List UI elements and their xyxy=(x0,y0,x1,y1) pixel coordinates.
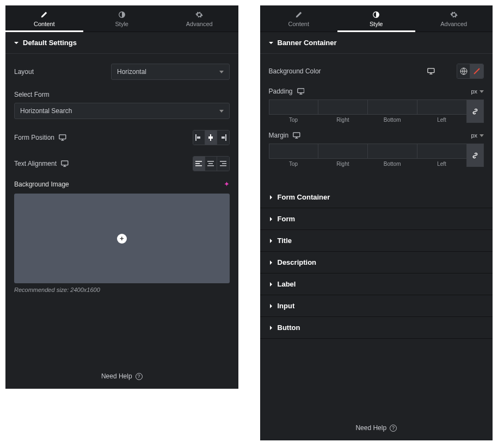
padding-top-input[interactable] xyxy=(269,99,318,115)
color-swatch-button[interactable] xyxy=(470,64,483,78)
pencil-icon xyxy=(40,11,48,18)
monitor-icon[interactable] xyxy=(427,68,435,74)
section-title: Description xyxy=(278,258,317,266)
text-left-button[interactable] xyxy=(193,157,205,171)
content-panel: Content Style Advanced Default Settings xyxy=(5,5,238,389)
margin-unit-select[interactable]: px xyxy=(471,132,484,139)
padding-unit-select[interactable]: px xyxy=(471,88,484,95)
padding-link-button[interactable] xyxy=(466,99,484,123)
tab-label: Advanced xyxy=(415,21,493,27)
padding-left-input[interactable] xyxy=(417,99,466,115)
section-body: Layout Horizontal Select Form Horizontal… xyxy=(5,54,238,302)
section-title: Input xyxy=(278,302,295,310)
tab-advanced[interactable]: Advanced xyxy=(415,5,493,32)
form-position-group xyxy=(193,130,230,145)
bg-image-dropzone[interactable]: + xyxy=(14,194,230,283)
select-form-row: Select Form Horizontal Search xyxy=(14,85,230,125)
padding-right-input[interactable] xyxy=(318,99,367,115)
align-right-button[interactable] xyxy=(217,130,229,145)
tab-label: Content xyxy=(5,21,83,27)
tab-content[interactable]: Content xyxy=(5,5,83,32)
section-banner-container[interactable]: Banner Container xyxy=(260,32,493,54)
margin-unit: px xyxy=(471,132,477,139)
margin-link-button[interactable] xyxy=(466,144,484,167)
text-right-button[interactable] xyxy=(217,157,229,171)
margin-right-input[interactable] xyxy=(318,144,367,159)
padding-label: Padding xyxy=(269,88,293,95)
caret-right-icon xyxy=(269,326,273,330)
svg-rect-1 xyxy=(59,135,66,139)
margin-header: Margin px xyxy=(269,128,484,141)
tab-label: Content xyxy=(260,21,338,27)
monitor-icon[interactable] xyxy=(293,132,300,139)
monitor-icon[interactable] xyxy=(61,160,69,167)
ai-sparkle-icon[interactable]: ✦ xyxy=(224,180,230,188)
tab-style[interactable]: Style xyxy=(337,5,415,32)
tab-style[interactable]: Style xyxy=(83,5,161,32)
text-alignment-label: Text Alignment xyxy=(14,160,57,167)
svg-rect-9 xyxy=(195,161,202,162)
section-title: Label xyxy=(278,280,296,288)
text-center-button[interactable] xyxy=(205,157,217,171)
chevron-down-icon xyxy=(479,134,484,137)
bg-image-label: Background Image xyxy=(14,181,69,188)
dim-label: Left xyxy=(417,161,466,167)
section-description[interactable]: Description xyxy=(260,252,493,273)
text-alignment-group xyxy=(193,156,230,171)
question-icon: ? xyxy=(390,425,397,432)
help-footer[interactable]: Need Help ? xyxy=(5,364,238,389)
svg-rect-13 xyxy=(208,163,213,164)
section-label[interactable]: Label xyxy=(260,273,493,295)
global-color-button[interactable] xyxy=(457,64,470,78)
dim-label: Top xyxy=(269,117,318,123)
section-input[interactable]: Input xyxy=(260,295,493,317)
bg-image-header: Background Image ✦ xyxy=(14,177,230,190)
select-form-select[interactable]: Horizontal Search xyxy=(14,103,230,119)
tab-advanced[interactable]: Advanced xyxy=(161,5,238,32)
svg-rect-17 xyxy=(220,165,226,166)
section-title-sect[interactable]: Title xyxy=(260,230,493,252)
layout-value: Horizontal xyxy=(117,68,146,76)
bg-color-row: Background Color xyxy=(269,58,484,84)
svg-rect-21 xyxy=(297,89,304,93)
align-left-button[interactable] xyxy=(193,130,205,145)
align-center-button[interactable] xyxy=(205,130,217,145)
svg-rect-8 xyxy=(62,161,68,165)
svg-rect-10 xyxy=(195,163,200,164)
section-form[interactable]: Form xyxy=(260,208,493,230)
margin-label: Margin xyxy=(269,132,289,139)
section-button[interactable]: Button xyxy=(260,317,493,339)
half-circle-icon xyxy=(118,11,126,18)
monitor-icon[interactable] xyxy=(59,134,66,141)
svg-rect-3 xyxy=(197,136,200,139)
tab-label: Advanced xyxy=(161,21,238,27)
chevron-down-icon xyxy=(219,71,224,73)
svg-rect-7 xyxy=(222,136,225,139)
caret-right-icon xyxy=(269,282,273,287)
caret-down-icon xyxy=(14,41,19,45)
layout-label: Layout xyxy=(14,68,111,76)
plus-icon: + xyxy=(117,234,127,244)
svg-rect-6 xyxy=(225,134,226,141)
tab-label: Style xyxy=(337,21,415,27)
svg-rect-12 xyxy=(207,161,214,162)
caret-right-icon xyxy=(269,239,273,243)
form-position-label: Form Position xyxy=(14,134,54,141)
section-form-container[interactable]: Form Container xyxy=(260,186,493,208)
help-footer[interactable]: Need Help ? xyxy=(260,415,493,440)
gear-icon xyxy=(195,11,203,18)
padding-bottom-input[interactable] xyxy=(367,99,417,115)
svg-rect-15 xyxy=(220,161,226,162)
margin-top-input[interactable] xyxy=(269,144,318,159)
margin-bottom-input[interactable] xyxy=(367,144,417,159)
question-icon: ? xyxy=(136,373,143,380)
margin-left-input[interactable] xyxy=(417,144,466,159)
layout-select[interactable]: Horizontal xyxy=(111,64,230,80)
tab-content[interactable]: Content xyxy=(260,5,338,32)
section-title: Form xyxy=(278,215,296,223)
dim-label: Right xyxy=(318,161,367,167)
section-default-settings[interactable]: Default Settings xyxy=(5,32,238,54)
monitor-icon[interactable] xyxy=(297,88,305,95)
no-color-icon xyxy=(472,66,482,76)
bg-image-hint: Recommended size: 2400x1600 xyxy=(14,287,230,293)
